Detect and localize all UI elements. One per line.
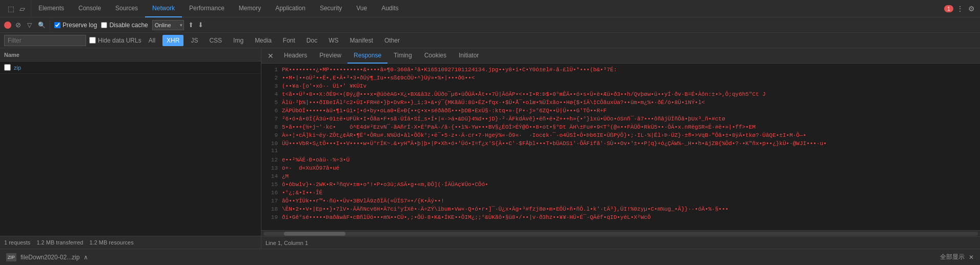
tab-vue[interactable]: Vue (349, 0, 374, 17)
line-content: (••¥a·[o'•xó·· Üì•' ¥KÜIv (282, 82, 978, 90)
name-col-header: Name (4, 52, 257, 58)
file-icon: ZIP (6, 253, 16, 261)
request-list: Name zip 1 requests 1.2 MB transferred 1… (0, 48, 261, 249)
line-content: ZÄPÜbOÏ••••••àü•¶ì•ûì•¦•ó•by•oLa0•Ë»Ð{••… (282, 107, 978, 115)
filter-media[interactable]: Media (251, 35, 276, 46)
line-content: o+· d«XuXÔ97â•ué (282, 164, 978, 172)
error-badge: 1 (944, 5, 953, 12)
tab-memory[interactable]: Memory (232, 0, 268, 17)
inspect-icon[interactable]: ⬚ (6, 4, 15, 13)
filter-img[interactable]: Img (229, 35, 248, 46)
upload-icon[interactable]: ⬆ (188, 21, 194, 29)
detail-tabs: ✕ Headers Preview Response Timing Cookie… (261, 48, 980, 64)
tab-bar-right: 1 ⋮ ⚙ (944, 4, 980, 13)
filter-css[interactable]: CSS (205, 35, 226, 46)
tab-timing[interactable]: Timing (387, 48, 418, 64)
response-content[interactable]: 1PK••••••••¿•MP••••••••••&••••â»¶0-360â•… (261, 64, 980, 230)
response-line: 12e••²%ÄÉ·Ð•oàü··%÷3•Ü (261, 156, 980, 164)
response-line: 2••M•|••oÜ²••Ë•,E•Ä•³•3•ðÜý¶_Iu••sß¢9cÖÙ… (261, 74, 980, 82)
filter-icon[interactable]: ▽ (25, 21, 34, 30)
settings-icon[interactable]: ⚙ (967, 4, 976, 13)
scrollbar-track[interactable] (263, 232, 978, 236)
response-line: 14¿M (261, 172, 980, 180)
show-all-button[interactable]: 全部显示 (940, 253, 965, 261)
preserve-log-checkbox[interactable]: Preserve log (54, 22, 97, 29)
filter-doc[interactable]: Doc (302, 35, 321, 46)
row-checkbox[interactable] (4, 64, 11, 71)
filter-other[interactable]: Other (380, 35, 404, 46)
tab-preview[interactable]: Preview (313, 48, 348, 64)
line-content: ÜÜ•••VbR•S¿tÔ•••I••V••••w•Ü°rÍK~.&•yH"Ä•… (282, 139, 978, 148)
line-number: 19 (263, 214, 278, 220)
response-line: 3(••¥a·[o'•xó·· Üì•' ¥KÜIv (261, 82, 980, 90)
table-row[interactable]: zip (0, 62, 261, 74)
tab-network[interactable]: Network (145, 0, 182, 17)
filter-all[interactable]: All (145, 35, 159, 46)
more-icon[interactable]: ⋮ (955, 4, 965, 13)
request-name: zip (14, 65, 21, 71)
record-button[interactable] (4, 22, 11, 29)
tab-elements[interactable]: Elements (31, 0, 71, 17)
filter-font[interactable]: Font (279, 35, 299, 46)
tab-security[interactable]: Security (313, 0, 349, 17)
response-line: 13o+· d«XuXÔ97â•ué (261, 164, 980, 172)
main-tabs: Elements Console Sources Network Perform… (31, 0, 406, 17)
response-line: 85•ã••+{½+j~'·kc• ô^E4d#²EzvN¯·ãAñrÍ·X•É… (261, 123, 980, 131)
throttle-select[interactable]: Online Fast 3G Slow 3G Offline (152, 20, 184, 30)
line-number: 12 (263, 157, 278, 163)
line-column-indicator: Line 1, Column 1 (266, 240, 308, 246)
response-line: 9À»•¦•cÃ]ki~ëy·ZÔt¿¢ÄR•¶Ë°•ÔRu#.N%Üd•âl•… (261, 131, 980, 139)
filter-xhr[interactable]: XHR (162, 35, 183, 46)
line-number: 11 (263, 148, 278, 154)
disable-cache-checkbox[interactable]: Disable cache (101, 22, 148, 29)
response-line: 6ZÄPÜbOÏ••••••àü•¶ì•ûì•¦•ó•by•oLa0•Ë»Ð{•… (261, 107, 980, 115)
tab-sources[interactable]: Sources (108, 0, 145, 17)
line-number: 6 (263, 108, 278, 114)
devtools-icons: ⬚ ▱ (2, 0, 31, 17)
preserve-log-input[interactable] (54, 22, 60, 28)
line-number: 9 (263, 132, 278, 138)
line-number: 15 (263, 181, 278, 188)
tab-headers[interactable]: Headers (278, 48, 313, 64)
response-line: 17âÔ••YÍÜk••r™•·ñú••Üv•3BVlÃ9zðÏÄ(«ÜÏS7»… (261, 197, 980, 205)
tab-audits[interactable]: Audits (374, 0, 405, 17)
detail-close-button[interactable]: ✕ (263, 48, 278, 63)
response-line: 4t<ã••Ü³•8••X:ðÉ9<•(Ðý¿@•••x•@üòèAG•X¿•B… (261, 90, 980, 98)
filter-ws[interactable]: WS (324, 35, 342, 46)
filter-input[interactable] (4, 35, 86, 46)
response-line: 7²6•ó•â•0Í{Ã3ú•0ì±ë•UFÜk•I•Ôãa•F•sã·ÜÍâ•… (261, 115, 980, 123)
tab-response[interactable]: Response (348, 48, 387, 64)
line-content: ¿M (282, 172, 978, 180)
filter-manifest[interactable]: Manifest (346, 35, 377, 46)
line-number: 18 (263, 206, 278, 212)
line-number: 3 (263, 83, 278, 89)
bottom-close-icon[interactable]: ✕ (969, 254, 974, 261)
tab-initiator[interactable]: Initiator (453, 48, 485, 64)
tab-application[interactable]: Application (268, 0, 313, 17)
tab-console[interactable]: Console (71, 0, 108, 17)
file-name: fileDown2020-02...zip (21, 254, 79, 261)
requests-count: 1 requests (4, 239, 30, 246)
disable-cache-input[interactable] (101, 22, 107, 28)
search-button[interactable]: 🔍 (38, 22, 46, 29)
tab-cookies[interactable]: Cookies (418, 48, 453, 64)
filter-js[interactable]: JS (187, 35, 202, 46)
scrollbar-thumb[interactable] (284, 232, 345, 236)
tab-performance[interactable]: Performance (182, 0, 232, 17)
line-content: ••M•|••oÜ²••Ë•,E•Ä•³•3•ðÜý¶_Iu••sß¢9cÖÙ•… (282, 74, 978, 82)
chevron-icon[interactable]: ∧ (84, 254, 88, 261)
line-number: 8 (263, 124, 278, 130)
transferred-size: 1.2 MB transferred (36, 239, 83, 246)
scrollbar-area[interactable] (261, 230, 980, 236)
hide-data-urls-input[interactable] (89, 37, 96, 44)
response-line: 11 (261, 148, 980, 156)
bottom-file: ZIP fileDown2020-02...zip ∧ (6, 253, 88, 261)
request-header: Name (0, 48, 261, 62)
hide-data-urls-checkbox[interactable]: Hide data URLs (89, 37, 141, 44)
response-line: 10ÜÜ•••VbR•S¿tÔ•••I••V••••w•Ü°rÍK~.&•yH"… (261, 139, 980, 148)
device-icon[interactable]: ▱ (17, 4, 27, 13)
line-content: ðí•Gê°sé•••••ÞaðâwâF•cBñlÜó•••m%••CÜ•,;•… (282, 213, 978, 221)
clear-button[interactable]: ⊘ (15, 21, 21, 29)
download-icon[interactable]: ⬇ (198, 21, 203, 29)
line-content: ô•ôbwlv}•·2WK•R•³ñqV•±m•o*!•P•o3ü;ASÄ•g•… (282, 180, 978, 189)
